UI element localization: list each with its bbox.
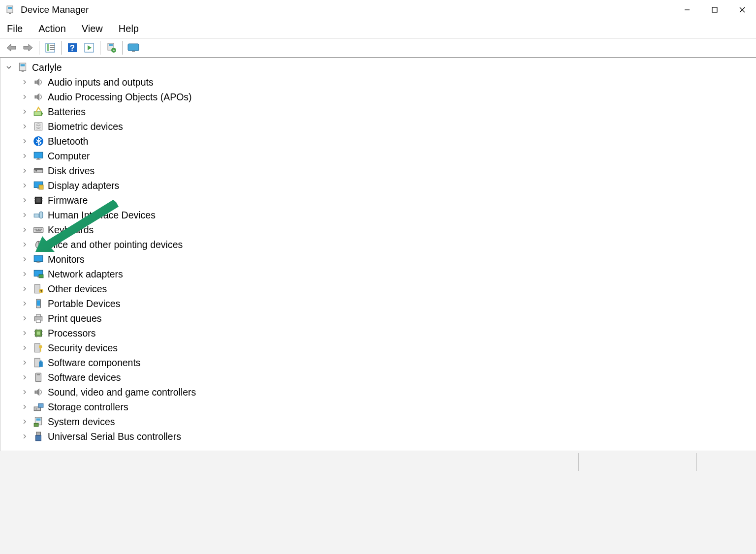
tree-node[interactable]: Firmware [0, 193, 756, 208]
chevron-right-icon[interactable] [20, 358, 29, 367]
chevron-right-icon[interactable] [20, 181, 29, 190]
chevron-right-icon[interactable] [20, 255, 29, 264]
tree-node-label: Audio Processing Objects (APOs) [48, 92, 192, 103]
svg-rect-66 [37, 276, 39, 277]
menu-file[interactable]: File [7, 23, 23, 34]
tree-node-label: Network adapters [48, 269, 123, 280]
keyboard-icon [33, 224, 44, 235]
tree-node[interactable]: Audio Processing Objects (APOs) [0, 90, 756, 104]
chevron-right-icon[interactable] [20, 196, 29, 205]
tree-node[interactable]: Audio inputs and outputs [0, 75, 756, 90]
tree-node[interactable]: Software devices [0, 370, 756, 385]
forward-button[interactable] [21, 41, 35, 55]
help-button[interactable]: ? [65, 41, 79, 55]
svg-rect-62 [37, 261, 39, 262]
svg-rect-100 [34, 423, 38, 427]
tree-node[interactable]: Biometric devices [0, 119, 756, 134]
network-icon [33, 269, 44, 279]
chevron-right-icon[interactable] [20, 137, 29, 146]
svg-rect-63 [36, 263, 41, 263]
chevron-right-icon[interactable] [20, 152, 29, 160]
chevron-right-icon[interactable] [20, 107, 29, 116]
chevron-right-icon[interactable] [20, 329, 29, 338]
tree-root[interactable]: Carlyle [0, 60, 756, 75]
menu-action[interactable]: Action [38, 23, 66, 34]
chevron-right-icon[interactable] [20, 284, 29, 293]
chevron-down-icon[interactable] [4, 63, 13, 72]
svg-rect-25 [34, 81, 36, 84]
chevron-right-icon[interactable] [20, 78, 29, 87]
tree-node[interactable]: Universal Serial Bus controllers [0, 429, 756, 444]
chevron-right-icon[interactable] [20, 270, 29, 278]
computer-icon [17, 62, 28, 73]
svg-rect-11 [50, 49, 55, 50]
svg-point-86 [39, 345, 42, 349]
tree-node[interactable]: Bluetooth [0, 134, 756, 149]
chevron-right-icon[interactable] [20, 166, 29, 175]
tree-node[interactable]: Batteries [0, 104, 756, 119]
chevron-right-icon[interactable] [20, 373, 29, 382]
tree-node[interactable]: Processors [0, 326, 756, 340]
tree-node-label: Batteries [48, 106, 86, 118]
minimize-button[interactable] [673, 0, 701, 20]
tree-node-label: Keyboards [48, 224, 94, 236]
swcomp-icon [33, 357, 44, 368]
tree-node[interactable]: Network adapters [0, 267, 756, 281]
tree-node[interactable]: Keyboards [0, 222, 756, 237]
tree-node[interactable]: Print queues [0, 311, 756, 326]
close-button[interactable] [728, 0, 756, 20]
tree-node-label: Monitors [48, 254, 85, 265]
cpu-icon [33, 328, 44, 339]
maximize-button[interactable] [701, 0, 728, 20]
chevron-right-icon[interactable] [20, 343, 29, 352]
tree-node-label: Human Interface Devices [48, 210, 156, 221]
svg-rect-50 [34, 214, 39, 217]
device-tree[interactable]: Carlyle Audio inputs and outputsAudio Pr… [0, 58, 756, 451]
chevron-right-icon[interactable] [20, 417, 29, 426]
tree-node-label: Sound, video and game controllers [48, 387, 196, 398]
biometric-icon [33, 121, 44, 132]
svg-rect-8 [47, 44, 49, 51]
chevron-right-icon[interactable] [20, 211, 29, 219]
svg-rect-92 [37, 374, 40, 375]
bluetooth-icon [33, 136, 44, 147]
chevron-right-icon[interactable] [20, 314, 29, 323]
tree-node[interactable]: Mice and other pointing devices [0, 237, 756, 252]
tree-node[interactable]: Portable Devices [0, 296, 756, 311]
properties-button[interactable] [43, 41, 57, 55]
tree-node[interactable]: Storage controllers [0, 400, 756, 414]
title-bar: Device Manager [0, 0, 756, 20]
tree-node[interactable]: ?Other devices [0, 281, 756, 296]
chevron-right-icon[interactable] [20, 240, 29, 249]
chevron-right-icon[interactable] [20, 225, 29, 234]
chevron-right-icon[interactable] [20, 402, 29, 411]
svg-rect-71 [37, 300, 40, 306]
svg-rect-55 [38, 229, 39, 230]
tree-node-label: Software components [48, 357, 141, 369]
chevron-right-icon[interactable] [20, 388, 29, 397]
scan-button[interactable]: + [104, 41, 118, 55]
tree-node[interactable]: Disk drives [0, 163, 756, 178]
chevron-right-icon[interactable] [20, 122, 29, 131]
tree-node[interactable]: Monitors [0, 252, 756, 267]
tree-node-label: Computer [48, 151, 90, 162]
chevron-right-icon[interactable] [20, 432, 29, 441]
tree-node[interactable]: Software components [0, 355, 756, 370]
tree-node[interactable]: Computer [0, 149, 756, 163]
devices-button[interactable] [126, 41, 140, 55]
menu-help[interactable]: Help [119, 23, 139, 34]
svg-rect-33 [34, 152, 43, 158]
svg-marker-26 [37, 78, 40, 86]
chevron-right-icon[interactable] [20, 92, 29, 101]
back-button[interactable] [4, 41, 18, 55]
action-button[interactable] [82, 41, 96, 55]
chevron-right-icon[interactable] [20, 299, 29, 308]
menu-view[interactable]: View [82, 23, 103, 34]
tree-node-label: Print queues [48, 313, 102, 324]
tree-node[interactable]: Security devices [0, 340, 756, 355]
tree-node[interactable]: Display adapters [0, 178, 756, 193]
tree-node[interactable]: System devices [0, 414, 756, 429]
tree-node[interactable]: Sound, video and game controllers [0, 385, 756, 400]
tree-node-label: Processors [48, 328, 96, 339]
tree-node[interactable]: Human Interface Devices [0, 208, 756, 222]
